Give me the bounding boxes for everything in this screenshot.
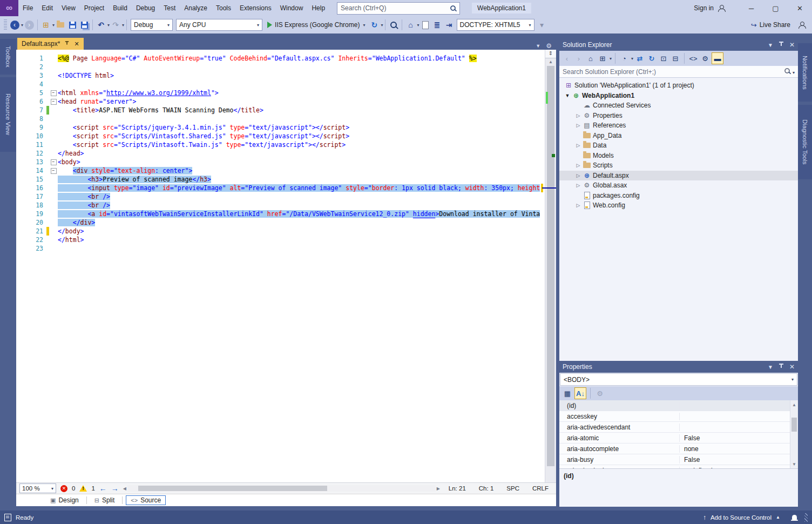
collapse-all-icon[interactable]: ⊟ (670, 53, 681, 64)
spaces-indicator[interactable]: SPC (506, 485, 519, 492)
expander-arrow[interactable]: ▷ (574, 123, 582, 128)
scroll-down-icon[interactable]: ▼ (790, 461, 798, 468)
menu-item-edit[interactable]: Edit (37, 0, 57, 16)
expander-arrow[interactable]: ▷ (574, 113, 582, 118)
property-value[interactable]: none (680, 445, 790, 453)
property-row[interactable]: aria-busyFalse (559, 454, 790, 465)
code-line[interactable]: 7 <title>ASP.NET WebForms TWAIN Scanning… (16, 106, 545, 115)
code-line[interactable]: 12</head> (16, 149, 545, 158)
new-document-icon[interactable] (419, 19, 431, 31)
solution-platforms-select[interactable]: Any CPU▾ (176, 19, 262, 31)
doctype-select[interactable]: DOCTYPE: XHTML5▾ (457, 19, 534, 31)
scroll-left-icon[interactable]: ◀ (123, 486, 126, 491)
maximize-button[interactable]: ▢ (763, 0, 788, 16)
view-button-design[interactable]: ▣Design (46, 496, 83, 505)
add-to-source-control-button[interactable]: Add to Source Control (710, 514, 772, 521)
tree-item-app-data[interactable]: App_Data (559, 131, 798, 141)
code-line[interactable]: 20 </div> (16, 218, 545, 227)
navigate-backward-icon[interactable]: ← (99, 484, 107, 493)
code-line[interactable]: 21</body> (16, 227, 545, 236)
property-value[interactable]: False (680, 434, 790, 442)
menu-item-extensions[interactable]: Extensions (235, 0, 276, 16)
format-selection-icon[interactable]: ⇥ (443, 19, 455, 31)
collapse-pane-icon[interactable]: ▼ (768, 42, 773, 48)
tree-item-models[interactable]: Models (559, 151, 798, 161)
sync-with-active-document-icon[interactable]: ⇄ (634, 53, 645, 64)
save-all-icon[interactable] (78, 19, 90, 31)
code-line[interactable]: 16 <input type="image" id="previewImage"… (16, 184, 545, 192)
code-line[interactable]: 6−<head runat="server"> (16, 97, 545, 106)
toolbar-overflow-icon[interactable]: ▾ (536, 19, 548, 31)
find-in-files-icon[interactable] (388, 19, 400, 31)
start-debugging-button[interactable]: IIS Express (Google Chrome)▾ (265, 21, 367, 29)
categorized-icon[interactable]: ▦ (562, 388, 573, 399)
code-line[interactable]: 4 (16, 80, 545, 89)
property-pages-icon[interactable]: ⚙ (594, 388, 605, 399)
search-icon[interactable] (450, 5, 456, 11)
hscroll-thumb[interactable] (138, 486, 327, 491)
scrollbar-thumb[interactable] (791, 418, 797, 432)
tree-item-data[interactable]: ▷Data (559, 140, 798, 151)
tool-strip-tab-resource-view[interactable]: Resource View (0, 77, 16, 152)
code-line[interactable]: 9 <script src="Scripts/jquery-3.4.1.min.… (16, 123, 545, 132)
save-icon[interactable] (66, 19, 78, 31)
tree-item-solution-webapplication1-1-of-1-project[interactable]: ⊞Solution 'WebApplication1' (1 of 1 proj… (559, 80, 798, 91)
collapse-region-icon[interactable]: − (51, 99, 57, 105)
tree-item-default-aspx[interactable]: ▷⊕Default.aspx (559, 171, 798, 181)
code-line[interactable]: 22</html> (16, 236, 545, 244)
back-icon[interactable]: ‹ (561, 53, 572, 64)
menu-item-build[interactable]: Build (109, 0, 132, 16)
menu-item-project[interactable]: Project (80, 0, 109, 16)
error-count[interactable]: 0 (72, 485, 75, 492)
scroll-right-icon[interactable]: ▶ (437, 486, 440, 491)
close-button[interactable]: ✕ (788, 0, 812, 16)
property-value[interactable]: False (680, 456, 790, 463)
navigate-backward-icon[interactable]: ‹ (9, 19, 21, 31)
errors-icon[interactable]: ✕ (60, 485, 67, 492)
search-icon[interactable]: ▾ (784, 68, 795, 76)
menu-item-test[interactable]: Test (159, 0, 180, 16)
navigate-forward-icon[interactable]: › (23, 19, 35, 31)
code-line[interactable]: 8 (16, 115, 545, 123)
minimize-button[interactable]: ─ (739, 0, 763, 16)
properties-header[interactable]: Properties ▼ ✕ (559, 361, 798, 373)
property-row[interactable]: aria-autocompletenone (559, 444, 790, 454)
close-icon[interactable]: ✕ (74, 41, 79, 48)
expander-arrow[interactable]: ▷ (574, 173, 582, 178)
code-line[interactable]: 15 <h3>Preview of scanned image</h3> (16, 175, 545, 184)
editor-split-handle[interactable]: ⇕ (545, 50, 556, 58)
collapse-region-icon[interactable]: − (51, 168, 57, 174)
menu-item-window[interactable]: Window (276, 0, 308, 16)
properties-icon[interactable]: ⚙ (700, 53, 710, 64)
editor-options-gear-icon[interactable]: ⚙ (546, 42, 552, 50)
view-code-icon[interactable]: <> (688, 53, 699, 64)
selected-object-select[interactable]: <BODY> ▾ (560, 373, 797, 386)
column-indicator[interactable]: Ch: 1 (479, 485, 494, 492)
refresh-icon[interactable]: ↻ (646, 53, 657, 64)
view-button-source[interactable]: <>Source (126, 495, 166, 505)
collapse-region-icon[interactable]: − (51, 90, 57, 96)
tool-strip-tab-toolbox[interactable]: Toolbox (0, 39, 16, 75)
close-icon[interactable]: ✕ (789, 41, 795, 49)
menu-item-help[interactable]: Help (307, 0, 329, 16)
code-line[interactable]: 1<%@ Page Language="C#" AutoEventWireup=… (16, 54, 545, 63)
code-line[interactable]: 17 <br /> (16, 192, 545, 201)
tab-default-aspx[interactable]: Default.aspx* ✕ (17, 38, 84, 50)
pin-icon[interactable] (779, 42, 784, 48)
format-document-icon[interactable]: ≣ (431, 19, 443, 31)
menu-item-file[interactable]: File (18, 0, 37, 16)
property-row[interactable]: accesskey (559, 411, 790, 422)
tree-item-references[interactable]: ▷▤References (559, 120, 798, 131)
tool-strip-tab-notifications[interactable]: Notifications (798, 43, 812, 102)
quick-search-input[interactable]: Search (Ctrl+Q) (337, 2, 460, 15)
expander-arrow[interactable]: ▷ (574, 143, 582, 148)
zoom-select[interactable]: 100 %▾ (19, 483, 56, 493)
tree-item-scripts[interactable]: ▷Scripts (559, 160, 798, 171)
warnings-icon[interactable] (79, 485, 87, 492)
solution-configurations-select[interactable]: Debug▾ (131, 19, 173, 31)
code-line[interactable]: 13−<body> (16, 158, 545, 166)
fold-margin[interactable]: − (49, 166, 58, 175)
redo-icon[interactable]: ↷ (110, 19, 121, 31)
sign-in-button[interactable]: Sign in (694, 4, 725, 12)
expander-arrow[interactable]: ▷ (574, 183, 582, 188)
